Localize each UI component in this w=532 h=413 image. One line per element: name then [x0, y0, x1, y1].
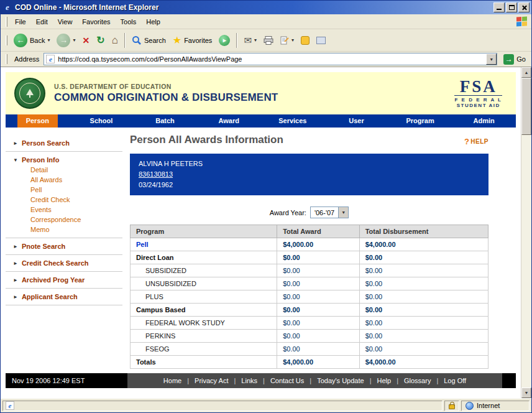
sidebar-subitem-all-awards[interactable]: All Awards — [6, 175, 122, 185]
minimize-icon — [497, 5, 502, 10]
print-button[interactable] — [260, 31, 277, 50]
menu-edit[interactable]: Edit — [31, 16, 53, 27]
scroll-down-button[interactable]: ▼ — [521, 387, 531, 398]
stop-button[interactable]: ✕ — [80, 31, 93, 50]
sidebar-subitem-pell[interactable]: Pell — [6, 185, 122, 195]
sidebar-item-archived-prog-year[interactable]: ►Archived Prog Year — [6, 275, 122, 285]
go-button[interactable]: → Go — [500, 54, 529, 65]
search-button[interactable]: Search — [129, 31, 169, 50]
refresh-button[interactable]: ↻ — [93, 31, 108, 50]
sidebar-item-person-search[interactable]: ►Person Search — [6, 138, 122, 148]
messenger-button[interactable] — [298, 31, 313, 50]
person-summary: ALVINA H PEETERS 836130813 03/24/1962 — [130, 154, 488, 195]
tab-batch[interactable]: Batch — [147, 114, 183, 128]
program-cell: Campus Based — [131, 304, 277, 317]
sidebar-subitem-memo[interactable]: Memo — [6, 225, 122, 234]
combo-arrow-icon[interactable]: ▼ — [338, 207, 348, 218]
back-dropdown-icon[interactable]: ▾ — [47, 37, 50, 43]
program-cell: FEDERAL WORK STUDY — [131, 317, 277, 330]
footer-link-links[interactable]: Links — [241, 377, 257, 384]
page-icon: e — [46, 55, 55, 63]
forward-button[interactable]: → ▾ — [53, 31, 78, 50]
fsa-logo: FSA F E D E R A L STUDENT AID — [454, 79, 507, 108]
address-bar: Address e https://cod.qa.tsysecom.com/co… — [1, 52, 531, 67]
lock-icon — [449, 404, 455, 409]
sidebar-subitem-correspondence[interactable]: Correspondence — [6, 215, 122, 225]
menu-view[interactable]: View — [53, 16, 78, 27]
tab-person[interactable]: Person — [17, 114, 58, 128]
table-row: SUBSIDIZED$0.00$0.00 — [131, 264, 488, 277]
mail-button[interactable]: ✉ ▾ — [241, 31, 260, 50]
home-button[interactable]: ⌂ — [109, 31, 121, 50]
chevron-right-icon: ► — [13, 244, 18, 249]
program-cell: Totals — [131, 356, 277, 369]
total-disbursement-cell: $0.00 — [359, 343, 488, 356]
doe-seal-icon — [14, 78, 45, 109]
tab-program[interactable]: Program — [397, 114, 443, 128]
edit-icon — [280, 36, 289, 45]
sidebar-item-applicant-search[interactable]: ►Applicant Search — [6, 292, 122, 302]
award-year-label: Award Year: — [270, 209, 306, 216]
footer-link-contact-us[interactable]: Contact Us — [270, 377, 304, 384]
stop-icon: ✕ — [83, 35, 90, 45]
column-header-program: Program — [131, 225, 277, 238]
program-cell: SUBSIDIZED — [131, 264, 277, 277]
favorites-button[interactable]: ★ Favorites — [170, 31, 216, 50]
footer-link-home[interactable]: Home — [163, 377, 181, 384]
chevron-right-icon: ► — [13, 141, 18, 146]
sidebar-subitem-credit-check[interactable]: Credit Check — [6, 195, 122, 205]
mail-dropdown-icon[interactable]: ▾ — [254, 37, 257, 43]
go-label: Go — [516, 55, 526, 63]
footer-timestamp: Nov 19 2006 12:49 EST — [6, 373, 127, 388]
discuss-icon — [316, 37, 326, 44]
sidebar-subitem-events[interactable]: Events — [6, 205, 122, 215]
sidebar-item-pnote-search[interactable]: ►Pnote Search — [6, 241, 122, 251]
help-icon: ? — [464, 137, 469, 146]
discuss-button[interactable] — [313, 31, 329, 50]
forward-dropdown-icon[interactable]: ▾ — [73, 37, 75, 43]
footer-link-privacy-act[interactable]: Privacy Act — [195, 377, 228, 384]
page-title: Person All Awards Information — [130, 134, 283, 146]
tab-services[interactable]: Services — [270, 114, 315, 128]
minimize-button[interactable] — [493, 2, 505, 12]
sidebar-subitem-detail[interactable]: Detail — [6, 165, 122, 175]
footer-link-glossary[interactable]: Glossary — [404, 377, 431, 384]
tab-admin[interactable]: Admin — [465, 114, 503, 128]
total-disbursement-cell: $0.00 — [359, 290, 488, 304]
person-id-link[interactable]: 836130813 — [139, 169, 173, 180]
maximize-button[interactable] — [506, 2, 517, 12]
menu-tools[interactable]: Tools — [116, 16, 142, 27]
help-link[interactable]: ? HELP — [464, 137, 488, 146]
footer-link-help[interactable]: Help — [377, 377, 392, 384]
menu-file[interactable]: File — [10, 16, 31, 27]
sidebar-item-credit-check-search[interactable]: ►Credit Check Search — [6, 258, 122, 268]
media-button[interactable]: ▸ — [216, 31, 233, 50]
tab-user[interactable]: User — [340, 114, 372, 128]
close-button[interactable] — [518, 2, 530, 12]
program-cell: Direct Loan — [131, 251, 277, 264]
scroll-up-button[interactable]: ▲ — [521, 67, 531, 78]
sidebar-item-person-info[interactable]: ▼Person Info — [6, 155, 122, 165]
footer-link-log-off[interactable]: Log Off — [444, 377, 466, 384]
edit-button[interactable]: ▾ — [277, 31, 297, 50]
program-cell[interactable]: Pell — [131, 238, 277, 251]
scroll-track[interactable] — [521, 135, 531, 387]
award-year-select[interactable]: '06-'07 ▼ — [310, 206, 349, 218]
table-row: Campus Based$0.00$0.00 — [131, 304, 488, 317]
address-dropdown-button[interactable]: ▾ — [486, 53, 497, 65]
menu-favorites[interactable]: Favorites — [77, 16, 115, 27]
footer-link-today-s-update[interactable]: Today's Update — [317, 377, 364, 384]
table-row: FSEOG$0.00$0.00 — [131, 343, 488, 356]
back-button[interactable]: ← Back ▾ — [11, 31, 53, 50]
tab-school[interactable]: School — [81, 114, 122, 128]
toolbar-separator — [124, 33, 126, 48]
page-scrollbar[interactable]: ▲ ▼ — [521, 67, 531, 398]
address-url: https://cod.qa.tsysecom.com/cod/PersonAl… — [55, 55, 486, 63]
scroll-thumb[interactable] — [521, 78, 531, 135]
go-icon: → — [503, 54, 514, 65]
address-input[interactable]: e https://cod.qa.tsysecom.com/cod/Person… — [44, 53, 497, 65]
menu-help[interactable]: Help — [141, 16, 165, 27]
tab-award[interactable]: Award — [209, 114, 247, 128]
edit-dropdown-icon[interactable]: ▾ — [291, 37, 294, 43]
app-icon: e — [2, 2, 12, 12]
